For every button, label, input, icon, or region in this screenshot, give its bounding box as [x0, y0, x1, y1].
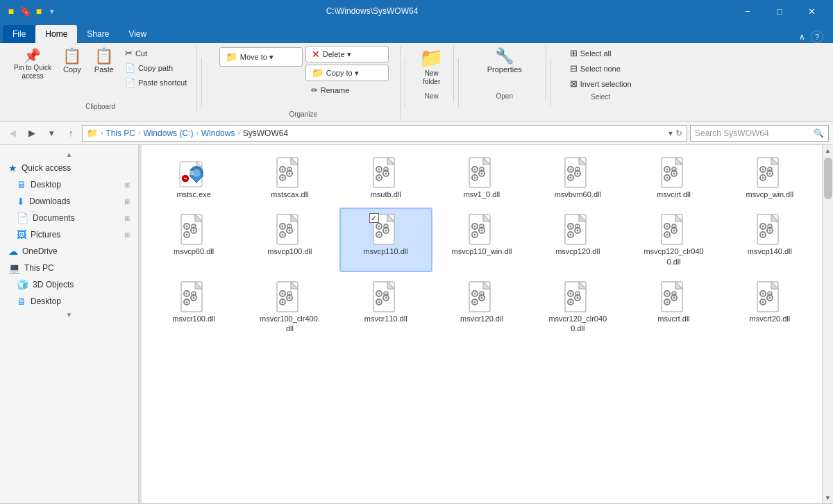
scroll-up-arrow[interactable]: ▲: [66, 151, 73, 158]
refresh-btn[interactable]: ↻: [675, 128, 682, 138]
move-to-icon: 📁: [226, 51, 237, 62]
sidebar-item-documents[interactable]: 📄 Documents ⊞: [0, 210, 138, 226]
move-to-button[interactable]: 📁 Move to ▾: [219, 47, 303, 67]
copy-button[interactable]: 📋 Copy: [57, 46, 87, 76]
file-item[interactable]: msvbvm60.dll: [531, 151, 624, 205]
file-name: mstsc.exe: [176, 190, 211, 199]
scroll-up-btn[interactable]: ▲: [823, 145, 834, 156]
file-item[interactable]: mstscax.dll: [243, 151, 336, 205]
chevron-up-icon[interactable]: ∧: [799, 32, 805, 42]
breadcrumb-current: SysWOW64: [243, 128, 288, 138]
properties-button[interactable]: 🔧 Properties: [483, 46, 526, 76]
delete-button[interactable]: ✕ Delete ▾: [305, 46, 389, 62]
file-name: mstscax.dll: [271, 190, 308, 199]
svg-point-75: [289, 230, 291, 232]
new-folder-button[interactable]: 📁 Newfolder: [415, 46, 448, 89]
sep4: ›: [237, 129, 239, 137]
sidebar-item-pictures[interactable]: 🖼 Pictures ⊞: [0, 226, 138, 243]
svg-point-120: [768, 230, 771, 232]
file-item[interactable]: msvcp140.dll: [723, 208, 816, 272]
copy-path-button[interactable]: 📄 Copy path: [121, 61, 191, 75]
select-none-button[interactable]: ⊟ Select none: [566, 61, 636, 76]
file-item[interactable]: msvcr120_clr0400.dll: [531, 275, 624, 339]
rename-button[interactable]: ✏ Rename: [305, 83, 389, 97]
sidebar-item-onedrive[interactable]: ☁ OneDrive: [0, 243, 138, 260]
tab-file[interactable]: File: [3, 25, 35, 43]
tab-home[interactable]: Home: [35, 25, 77, 43]
svg-point-118: [762, 226, 764, 228]
file-item[interactable]: msvcp100.dll: [243, 208, 336, 272]
scroll-thumb[interactable]: [824, 158, 832, 199]
new-folder-icon: 📁: [419, 49, 444, 68]
invert-selection-button[interactable]: ⊠ Invert selection: [566, 76, 636, 91]
sidebar-item-desktop[interactable]: 🖥 Desktop ⊞: [0, 176, 138, 193]
breadcrumb-thispc[interactable]: This PC: [106, 128, 135, 138]
svg-point-30: [480, 173, 482, 175]
svg-point-88: [385, 226, 387, 227]
maximize-button[interactable]: □: [764, 0, 796, 22]
svg-point-172: [666, 292, 668, 294]
up-button[interactable]: ↑: [62, 125, 79, 142]
ribbon-chevron: ∧ ?: [792, 31, 830, 43]
file-item[interactable]: msvcr110.dll: [339, 275, 432, 339]
address-breadcrumb[interactable]: 📁 › This PC › Windows (C:) › Windows › S…: [82, 125, 687, 142]
file-item[interactable]: msvcp120_clr0400.dll: [627, 208, 720, 272]
file-item[interactable]: msvcp60.dll: [147, 208, 240, 272]
paste-shortcut-button[interactable]: 📄 Paste shortcut: [121, 76, 191, 90]
sidebar-item-downloads[interactable]: ⬇ Downloads ⊞: [0, 193, 138, 210]
help-icon[interactable]: ?: [811, 31, 823, 43]
file-item[interactable]: msvcrt20.dll: [723, 275, 816, 339]
svg-point-19: [378, 169, 380, 171]
sidebar-item-quick-access[interactable]: ★ Quick access: [0, 160, 138, 176]
select-all-button[interactable]: ⊞ Select all: [566, 46, 636, 60]
file-item[interactable]: msutb.dll: [339, 151, 432, 205]
file-item[interactable]: mstsc.exe: [147, 151, 240, 205]
sidebar-item-thispc[interactable]: 💻 This PC: [0, 260, 138, 276]
breadcrumb-drive[interactable]: Windows (C:): [143, 128, 193, 138]
pin-to-quick-access-button[interactable]: 📌 Pin to Quickaccess: [10, 46, 56, 83]
file-name: msutb.dll: [371, 190, 401, 199]
file-item[interactable]: msvcp_win.dll: [723, 151, 816, 205]
address-dropdown-btn[interactable]: ▾: [668, 128, 673, 138]
back-button[interactable]: ◀: [4, 125, 21, 142]
file-item[interactable]: msvcr120.dll: [435, 275, 528, 339]
recent-locations-button[interactable]: ▾: [43, 125, 60, 142]
file-item[interactable]: msvcirt.dll: [627, 151, 720, 205]
close-button[interactable]: ✕: [796, 0, 827, 22]
copy-to-button[interactable]: 📁 Copy to ▾: [305, 65, 389, 81]
minimize-button[interactable]: −: [732, 0, 764, 22]
file-area[interactable]: mstsc.exe mstscax.dll: [142, 145, 822, 503]
svg-point-104: [570, 234, 572, 236]
svg-point-52: [673, 169, 675, 170]
scroll-down-btn[interactable]: ▼: [823, 492, 834, 503]
file-name: msvcr100.dll: [172, 314, 215, 324]
svg-point-176: [666, 301, 668, 303]
paste-button[interactable]: 📋 Paste: [89, 46, 119, 76]
search-box[interactable]: Search SysWOW64 🔍: [690, 125, 829, 142]
copy-icon: 📋: [62, 49, 81, 64]
breadcrumb-windows[interactable]: Windows: [201, 128, 235, 138]
tab-share[interactable]: Share: [77, 25, 119, 43]
file-item[interactable]: ✓msvcp110.dll: [339, 208, 432, 272]
sidebar-item-3dobjects[interactable]: 🧊 3D Objects: [0, 276, 138, 293]
file-item[interactable]: msvcp110_win.dll: [435, 208, 528, 272]
tab-view[interactable]: View: [119, 25, 156, 43]
cut-button[interactable]: ✂ Cut: [121, 46, 191, 60]
svg-point-124: [769, 226, 771, 227]
scroll-down-arrow[interactable]: ▼: [66, 311, 73, 319]
svg-point-140: [282, 301, 284, 303]
forward-button[interactable]: ▶: [24, 125, 40, 142]
pin-documents-icon: ⊞: [124, 215, 130, 222]
file-icon-msvcp120.dll: [561, 213, 594, 246]
file-item[interactable]: msvcr100.dll: [147, 275, 240, 339]
svg-point-122: [762, 234, 764, 236]
svg-point-142: [289, 293, 290, 294]
thispc-label: This PC: [24, 263, 54, 273]
file-item[interactable]: msvcr100_clr400.dll: [243, 275, 336, 339]
svg-point-28: [473, 169, 476, 171]
file-item[interactable]: msv1_0.dll: [435, 151, 528, 205]
file-item[interactable]: msvcp120.dll: [531, 208, 624, 272]
ribbon-group-new: 📁 Newfolder New: [410, 46, 454, 101]
sidebar-item-desktop-bottom[interactable]: 🖥 Desktop: [0, 293, 138, 310]
file-item[interactable]: msvcrt.dll: [627, 275, 720, 339]
